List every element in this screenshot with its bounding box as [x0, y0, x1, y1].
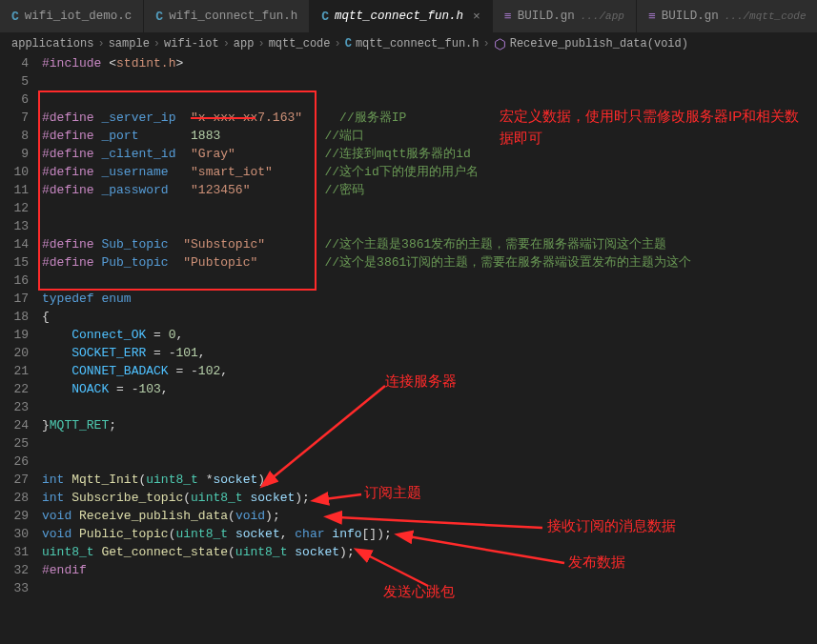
tab-build-gn-app[interactable]: ≡ BUILD.gn .../app [493, 0, 637, 32]
line-number: 32 [0, 561, 29, 579]
line-number: 15 [0, 253, 29, 272]
code-line[interactable] [42, 398, 817, 416]
line-number: 10 [0, 163, 29, 181]
gn-lang-icon: ≡ [504, 10, 512, 24]
chevron-right-icon: › [334, 37, 340, 50]
line-number: 7 [0, 109, 29, 127]
line-number: 11 [0, 181, 29, 199]
tab-bar: C wifi_iot_demo.c C wifi_connect_fun.h C… [0, 0, 817, 33]
code-line[interactable]: #define Pub_topic "Pubtopic" //这个是3861订阅… [42, 253, 817, 272]
tab-label: mqtt_connect_fun.h [335, 10, 463, 23]
editor[interactable]: 4567891011121314151617181920212223242526… [0, 54, 817, 644]
chevron-right-icon: › [483, 37, 490, 50]
code-line[interactable]: SOCKET_ERR = -101, [42, 344, 817, 362]
line-number: 33 [0, 579, 29, 597]
line-number: 26 [0, 453, 29, 471]
line-number: 29 [0, 507, 29, 525]
code-line[interactable]: #endif [42, 561, 817, 579]
tab-path: .../mqtt_code [725, 10, 807, 22]
line-number: 16 [0, 272, 29, 290]
code-line[interactable]: #define _password "123456" //密码 [42, 181, 817, 199]
gn-lang-icon: ≡ [648, 10, 656, 24]
tab-mqtt-connect-fun[interactable]: C mqtt_connect_fun.h × [310, 0, 493, 32]
code-line[interactable]: #define Sub_topic "Substopic" //这个主题是386… [42, 235, 817, 253]
code-line[interactable]: CONNET_BADACK = -102, [42, 362, 817, 380]
code-line[interactable]: uint8_t Get_connect_state(uint8_t socket… [42, 543, 817, 561]
code-line[interactable]: #define _server_ip "x xxx xx7.163" //服务器… [42, 109, 817, 127]
line-number: 20 [0, 344, 29, 362]
line-number: 21 [0, 362, 29, 380]
code-line[interactable] [42, 272, 817, 290]
code-line[interactable]: typedef enum [42, 290, 817, 308]
line-number: 23 [0, 398, 29, 416]
line-number: 6 [0, 91, 29, 109]
code-line[interactable]: Connect_OK = 0, [42, 326, 817, 344]
code-line[interactable]: #define _client_id "Gray" //连接到mqtt服务器的i… [42, 145, 817, 163]
crumb-sample[interactable]: sample [109, 37, 150, 50]
line-number: 19 [0, 326, 29, 344]
tab-label: BUILD.gn [662, 10, 719, 23]
crumb-applications[interactable]: applications [11, 37, 93, 50]
code-line[interactable] [42, 434, 817, 453]
line-number: 12 [0, 199, 29, 217]
line-number: 14 [0, 235, 29, 253]
line-number: 31 [0, 543, 29, 561]
line-number: 27 [0, 471, 29, 489]
code-line[interactable]: int Mqtt_Init(uint8_t *socket); [42, 471, 817, 489]
line-number: 22 [0, 380, 29, 398]
code-line[interactable]: { [42, 308, 817, 326]
line-number: 30 [0, 525, 29, 543]
chevron-right-icon: › [153, 37, 160, 50]
code-line[interactable]: }MQTT_RET; [42, 416, 817, 434]
tab-label: wifi_iot_demo.c [25, 10, 133, 23]
tab-label: BUILD.gn [518, 10, 575, 23]
code-line[interactable] [42, 217, 817, 235]
chevron-right-icon: › [257, 37, 264, 50]
code-line[interactable] [42, 453, 817, 471]
code-line[interactable]: #define _username "smart_iot" //这个id下的使用… [42, 163, 817, 181]
redaction-strike [191, 117, 255, 119]
line-number: 4 [0, 54, 29, 72]
code-line[interactable] [42, 199, 817, 217]
line-number: 5 [0, 72, 29, 91]
code-line[interactable]: #define _port 1883 //端口 [42, 127, 817, 145]
symbol-method-icon [494, 38, 506, 50]
line-number-gutter: 4567891011121314151617181920212223242526… [0, 54, 42, 644]
chevron-right-icon: › [97, 37, 104, 50]
chevron-right-icon: › [223, 37, 230, 50]
line-number: 17 [0, 290, 29, 308]
c-lang-icon: C [321, 10, 329, 24]
line-number: 18 [0, 308, 29, 326]
line-number: 9 [0, 145, 29, 163]
code-line[interactable]: void Receive_publish_data(void); [42, 507, 817, 525]
crumb-wifi-iot[interactable]: wifi-iot [164, 37, 219, 50]
c-lang-icon: C [345, 37, 352, 50]
line-number: 28 [0, 489, 29, 507]
c-lang-icon: C [11, 10, 19, 24]
tab-build-gn-mqtt[interactable]: ≡ BUILD.gn .../mqtt_code [637, 0, 817, 32]
crumb-app[interactable]: app [234, 37, 255, 50]
code-line[interactable] [42, 72, 817, 91]
code-line[interactable] [42, 91, 817, 109]
c-lang-icon: C [155, 10, 163, 24]
crumb-symbol[interactable]: Receive_publish_data(void) [510, 37, 688, 50]
line-number: 25 [0, 434, 29, 453]
code-line[interactable]: void Public_topic(uint8_t socket, char i… [42, 525, 817, 543]
crumb-file[interactable]: mqtt_connect_fun.h [356, 37, 480, 50]
tab-wifi-iot-demo[interactable]: C wifi_iot_demo.c [0, 0, 144, 32]
line-number: 8 [0, 127, 29, 145]
code-line[interactable]: #include <stdint.h> [42, 54, 817, 72]
tab-label: wifi_connect_fun.h [169, 10, 297, 23]
breadcrumb: applications› sample› wifi-iot› app› mqt… [0, 33, 817, 54]
crumb-mqtt-code[interactable]: mqtt_code [269, 37, 331, 50]
code-area[interactable]: 宏定义数据，使用时只需修改服务器IP和相关数据即可 连接服务器 订阅主题 接收订… [42, 54, 817, 644]
tab-path: .../app [581, 10, 624, 22]
close-icon[interactable]: × [469, 10, 480, 24]
code-line[interactable]: NOACK = -103, [42, 380, 817, 398]
line-number: 13 [0, 217, 29, 235]
line-number: 24 [0, 416, 29, 434]
tab-wifi-connect-fun[interactable]: C wifi_connect_fun.h [144, 0, 310, 32]
code-line[interactable]: int Subscribe_topic(uint8_t socket); [42, 489, 817, 507]
code-line[interactable] [42, 579, 817, 597]
